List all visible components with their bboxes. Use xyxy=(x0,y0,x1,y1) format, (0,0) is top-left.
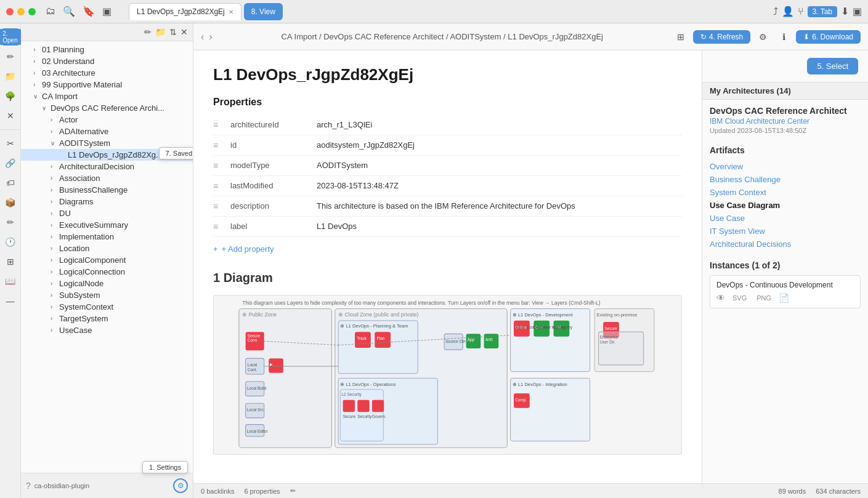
artifact-link-overview[interactable]: Overview xyxy=(710,162,743,171)
sidebar-icon-open[interactable]: 2. Open xyxy=(2,28,19,46)
sidebar-icon-grid[interactable]: ⊞ xyxy=(2,253,19,270)
tree-item-business-challenge[interactable]: › BusinessChallenge xyxy=(21,184,193,196)
doc-content: L1 DevOps_rJgpZd82XgEj Properties ≡ arch… xyxy=(193,50,702,483)
tree-item-system-context[interactable]: › SystemContext xyxy=(21,301,193,313)
artifact-item-overview[interactable]: Overview xyxy=(710,160,861,173)
sidebar-icon-tree[interactable]: 🌳 xyxy=(2,87,19,105)
tree-item-association[interactable]: › Association xyxy=(21,172,193,184)
tree-item-target-system[interactable]: › TargetSystem xyxy=(21,313,193,324)
sidebar-icon-book[interactable]: 📖 xyxy=(2,273,19,290)
settings-btn-container: ⚙ 1. Settings xyxy=(173,478,188,493)
select-button[interactable]: 5. Select xyxy=(807,58,858,74)
sidebar-icon-clock[interactable]: 🕐 xyxy=(2,233,19,251)
columns-icon[interactable]: ⊞ xyxy=(672,28,689,46)
back-button[interactable]: ‹ xyxy=(201,31,204,42)
info-icon[interactable]: ℹ xyxy=(775,28,792,46)
tree-item-location[interactable]: › Location xyxy=(21,243,193,254)
sidebar-icon-edit[interactable]: ✏ xyxy=(2,48,19,65)
person-icon[interactable]: 👤 xyxy=(782,6,794,17)
tree-item-ca-import[interactable]: ∨ CA Import xyxy=(21,90,193,102)
tree-item-adalternative[interactable]: › ADAIternative xyxy=(21,126,193,137)
tree-item-implementation[interactable]: › Implementation xyxy=(21,231,193,243)
tree-item-du[interactable]: › DU xyxy=(21,207,193,219)
status-bar: 0 backlinks 6 properties ✏ 89 words 634 … xyxy=(193,483,868,498)
sidebar-toggle-icon[interactable]: ▣ xyxy=(853,6,862,17)
document-tab[interactable]: L1 DevOps_rJgpZd82XgEj ✕ xyxy=(129,3,241,20)
new-file-icon[interactable]: ✏ xyxy=(144,27,152,37)
tree-item-planning[interactable]: › 01 Planning xyxy=(21,44,193,55)
menu-icon: ≡ xyxy=(213,161,223,171)
add-property-button[interactable]: + + Add property xyxy=(213,244,682,254)
branch-icon[interactable]: ⑂ xyxy=(798,6,804,17)
bookmark-icon[interactable]: 🔖 xyxy=(83,6,95,17)
tree-item-devops-cac[interactable]: ∨ DevOps CAC Reference Archi... xyxy=(21,102,193,114)
artifact-item-system-context[interactable]: System Context xyxy=(710,186,861,199)
refresh-button[interactable]: ↻ 4. Refresh xyxy=(693,30,750,44)
app-layout: 2. Open ✏ 📁 🌳 ✕ ✂ 🔗 🏷 📦 ✏ 🕐 ⊞ 📖 — ✏ 📁 ⇅ … xyxy=(0,23,868,498)
tree-item-understand[interactable]: › 02 Understand xyxy=(21,55,193,67)
tree-item-logical-node[interactable]: › LogicalNode xyxy=(21,278,193,289)
share-icon[interactable]: ⤴ xyxy=(773,6,778,17)
artifact-link-business-challenge[interactable]: Business Challenge xyxy=(710,175,781,184)
question-icon[interactable]: ? xyxy=(26,481,31,491)
plus-icon: + xyxy=(213,244,218,254)
forward-button[interactable]: › xyxy=(209,31,212,42)
new-folder-icon[interactable]: 📁 xyxy=(155,27,166,37)
settings-icon[interactable]: ⚙ xyxy=(754,28,771,46)
artifact-link-system-context[interactable]: System Context xyxy=(710,188,766,197)
file-tree: ✏ 📁 ⇅ ✕ › 01 Planning › 02 Understand › … xyxy=(21,23,193,498)
download-button[interactable]: ⬇ 6. Download xyxy=(796,30,861,44)
folder-icon[interactable]: 🗂 xyxy=(46,6,55,17)
download-icon[interactable]: ⬇ xyxy=(841,6,849,17)
sort-icon[interactable]: ⇅ xyxy=(169,27,177,37)
svg-button[interactable]: SVG xyxy=(730,293,749,303)
artifact-link-it-system-view[interactable]: IT System View xyxy=(710,227,765,236)
tree-item-supportive[interactable]: › 99 Supportive Material xyxy=(21,79,193,90)
view-tab[interactable]: 8. View xyxy=(244,3,283,20)
chevron-right-icon: › xyxy=(51,163,59,170)
layout-icon[interactable]: ▣ xyxy=(102,6,112,17)
png-button[interactable]: PNG xyxy=(754,293,774,303)
close-button[interactable] xyxy=(6,8,14,15)
artifact-item-it-system-view[interactable]: IT System View xyxy=(710,225,861,238)
eye-icon[interactable]: 👁 xyxy=(716,293,725,303)
tree-item-architecture[interactable]: › 03 Architecture xyxy=(21,67,193,79)
sidebar-icon-pencil[interactable]: ✏ xyxy=(2,214,19,231)
sidebar-icon-terminal[interactable]: — xyxy=(2,292,19,310)
artifact-item-arch-decisions[interactable]: Architectural Decisions xyxy=(710,238,861,251)
artifact-link-arch-decisions[interactable]: Architectural Decisions xyxy=(710,239,791,249)
tree-item-label: CA Import xyxy=(42,92,188,101)
maximize-button[interactable] xyxy=(28,8,36,15)
sidebar-icon-link[interactable]: 🔗 xyxy=(2,155,19,172)
traffic-lights xyxy=(6,8,36,15)
sidebar-icon-scissors[interactable]: ✂ xyxy=(2,135,19,152)
artifact-item-business-challenge[interactable]: Business Challenge xyxy=(710,173,861,186)
minimize-button[interactable] xyxy=(17,8,25,15)
tree-item-arch-decision[interactable]: › ArchitecturalDecision xyxy=(21,161,193,172)
artifact-link-use-case[interactable]: Use Case xyxy=(710,214,745,223)
tree-item-actor[interactable]: › Actor xyxy=(21,114,193,126)
search-icon[interactable]: 🔍 xyxy=(63,6,75,17)
sidebar-icon-folder[interactable]: 📁 xyxy=(2,68,19,85)
sidebar-icon-close[interactable]: ✕ xyxy=(2,107,19,124)
sidebar-icon-box[interactable]: 📦 xyxy=(2,194,19,211)
property-row-last-modified: ≡ lastModified 2023-08-15T13:48:47Z xyxy=(213,176,682,196)
open-badge[interactable]: 2. Open xyxy=(0,29,22,45)
diagram-svg: This diagram uses Layers to hide complex… xyxy=(214,295,681,454)
sidebar-icon-tag[interactable]: 🏷 xyxy=(2,174,19,191)
settings-button[interactable]: ⚙ xyxy=(173,478,188,493)
close-tree-icon[interactable]: ✕ xyxy=(180,27,188,37)
tree-item-use-case[interactable]: › UseCase xyxy=(21,324,193,336)
artifact-item-use-case[interactable]: Use Case xyxy=(710,212,861,225)
file-icon[interactable]: 📄 xyxy=(779,293,789,303)
tree-item-exec-summary[interactable]: › ExecutiveSummary xyxy=(21,219,193,231)
property-key: label xyxy=(230,222,317,231)
svg-text:App: App xyxy=(468,337,475,342)
instance-actions: 👁 SVG PNG 📄 xyxy=(716,293,854,303)
tree-item-logical-component[interactable]: › LogicalComponent xyxy=(21,254,193,266)
tab-close-icon[interactable]: ✕ xyxy=(229,9,233,15)
tree-item-diagrams[interactable]: › Diagrams xyxy=(21,196,193,207)
tree-item-sub-system[interactable]: › SubSystem xyxy=(21,289,193,301)
tree-item-logical-connection[interactable]: › LogicalConnection xyxy=(21,266,193,278)
property-key: id xyxy=(230,140,317,150)
